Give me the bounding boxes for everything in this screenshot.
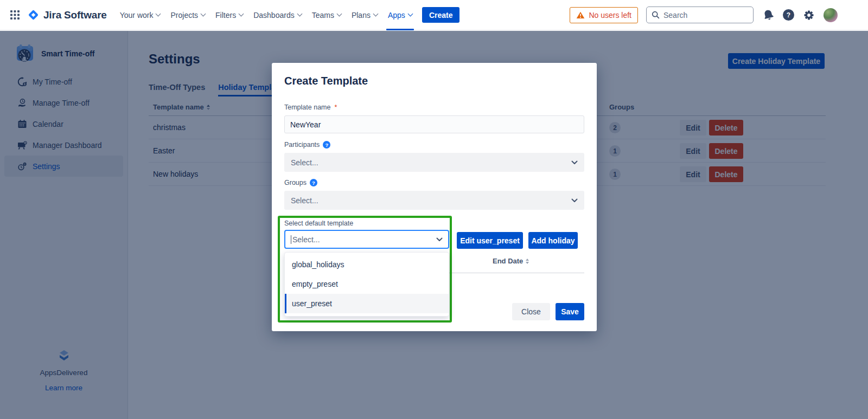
participants-label: Participants ? <box>284 141 330 149</box>
search-box[interactable] <box>646 7 754 23</box>
nav-label: Apps <box>388 11 405 20</box>
required-asterisk: * <box>334 104 337 111</box>
topnav-right: No users left ? <box>570 7 838 23</box>
top-navigation: Jira Software Your work Projects Filters… <box>0 0 868 30</box>
product-name: Jira Software <box>43 9 107 21</box>
template-name-label: Template name* <box>284 104 337 111</box>
default-template-label: Select default template <box>284 220 353 227</box>
chevron-down-icon <box>297 11 302 17</box>
primary-nav: Your work Projects Filters Dashboards Te… <box>119 0 413 30</box>
annotation-highlight-box: Select default template Select... global… <box>278 216 452 323</box>
option-user-preset[interactable]: user_preset <box>285 294 449 313</box>
nav-dashboards[interactable]: Dashboards <box>252 0 303 30</box>
chevron-down-icon <box>407 11 413 17</box>
nav-label: Your work <box>120 11 154 20</box>
no-users-left-button[interactable]: No users left <box>570 7 638 23</box>
label-text: Template name <box>284 104 330 111</box>
groups-label: Groups ? <box>284 179 317 186</box>
grid-icon <box>10 10 20 20</box>
nav-plans[interactable]: Plans <box>350 0 379 30</box>
option-empty-preset[interactable]: empty_preset <box>285 274 449 294</box>
nav-projects[interactable]: Projects <box>169 0 206 30</box>
groups-select[interactable]: Select... <box>284 191 584 210</box>
nav-apps[interactable]: Apps <box>387 0 413 30</box>
groups-help-icon[interactable]: ? <box>310 179 317 186</box>
chevron-down-icon <box>373 11 379 17</box>
search-input[interactable] <box>663 11 739 20</box>
settings-gear-icon[interactable] <box>802 9 815 22</box>
warning-label: No users left <box>589 11 631 20</box>
edit-user-preset-button[interactable]: Edit user_preset <box>457 232 523 249</box>
select-placeholder: Select... <box>292 235 436 244</box>
nav-label: Projects <box>170 11 198 20</box>
chevron-down-icon <box>201 11 206 17</box>
nav-label: Dashboards <box>253 11 295 20</box>
chevron-down-icon <box>336 11 342 17</box>
column-label: End Date <box>493 257 523 265</box>
template-name-input[interactable] <box>284 115 584 133</box>
save-button[interactable]: Save <box>556 303 584 320</box>
nav-label: Filters <box>215 11 236 20</box>
label-text: Groups <box>284 179 307 186</box>
label-text: Participants <box>284 141 320 149</box>
nav-filters[interactable]: Filters <box>214 0 244 30</box>
jira-logo[interactable]: Jira Software <box>27 9 107 21</box>
select-placeholder: Select... <box>291 158 318 167</box>
create-button[interactable]: Create <box>422 7 460 23</box>
chevron-down-icon <box>436 237 443 242</box>
chevron-down-icon <box>571 198 578 203</box>
search-icon <box>652 11 660 19</box>
nav-your-work[interactable]: Your work <box>119 0 162 30</box>
nav-label: Plans <box>352 11 371 20</box>
default-template-dropdown-menu: global_holidays empty_preset user_preset <box>284 252 449 317</box>
end-date-column-header[interactable]: End Date <box>493 257 529 265</box>
help-icon[interactable]: ? <box>783 9 794 21</box>
app-switcher-icon[interactable] <box>8 8 22 22</box>
user-avatar[interactable] <box>824 8 838 22</box>
select-placeholder: Select... <box>291 196 318 205</box>
chevron-down-icon <box>571 160 578 165</box>
participants-select[interactable]: Select... <box>284 153 584 172</box>
option-global-holidays[interactable]: global_holidays <box>285 255 449 274</box>
close-button[interactable]: Close <box>512 303 550 320</box>
notifications-bell-icon[interactable] <box>762 9 775 22</box>
warning-icon <box>576 11 585 19</box>
app-root: Jira Software Your work Projects Filters… <box>0 0 868 419</box>
create-template-modal: Create Template Template name* Participa… <box>272 63 597 331</box>
nav-label: Teams <box>312 11 334 20</box>
modal-title: Create Template <box>284 75 368 87</box>
add-holiday-button[interactable]: Add holiday <box>528 232 578 249</box>
participants-help-icon[interactable]: ? <box>323 141 330 149</box>
jira-logo-icon <box>27 9 40 21</box>
sort-icon <box>525 258 529 265</box>
chevron-down-icon <box>156 11 161 17</box>
default-template-select[interactable]: Select... <box>284 230 449 249</box>
chevron-down-icon <box>239 11 244 17</box>
text-cursor <box>291 235 291 244</box>
nav-teams[interactable]: Teams <box>311 0 342 30</box>
